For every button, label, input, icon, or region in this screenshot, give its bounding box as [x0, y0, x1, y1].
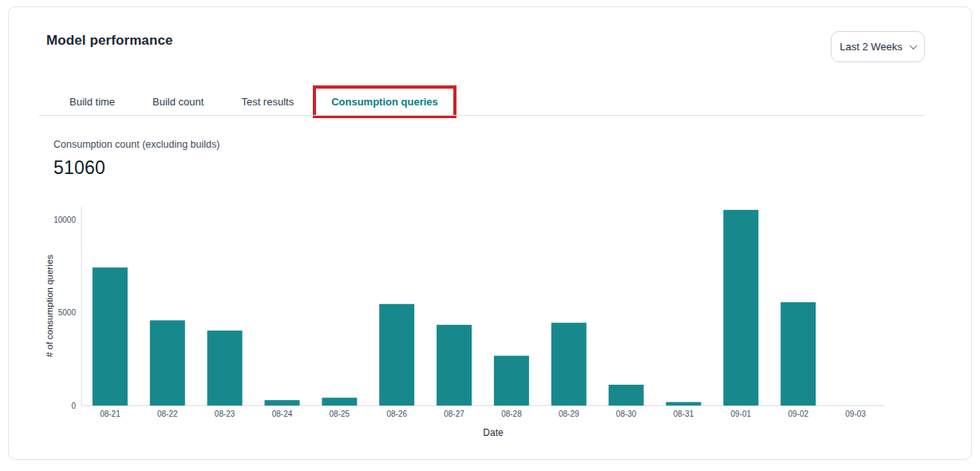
date-range-label: Last 2 Weeks: [840, 41, 903, 53]
chart-bar-08-29[interactable]: [551, 323, 587, 406]
x-tick-label: 08-29: [559, 410, 579, 418]
chart-bar-08-26[interactable]: [379, 304, 414, 406]
chart-bar-08-27[interactable]: [437, 325, 472, 406]
model-performance-card: Model performance Last 2 Weeks Build tim…: [8, 6, 972, 460]
x-axis-title: Date: [483, 427, 504, 438]
chart-bar-08-24[interactable]: [265, 400, 300, 406]
chart-bar-08-21[interactable]: [93, 267, 128, 406]
tab-test-results[interactable]: Test results: [240, 96, 294, 108]
chevron-down-icon: [909, 42, 917, 49]
x-tick-label: 08-31: [674, 410, 694, 418]
x-tick-label: 08-21: [100, 410, 121, 418]
tabs: Build timeBuild countTest resultsConsump…: [69, 90, 439, 113]
chart-bar-08-22[interactable]: [150, 320, 185, 406]
chart-bar-09-01[interactable]: [723, 210, 758, 406]
y-tick-label: 0: [71, 402, 76, 410]
tab-consumption-queries[interactable]: Consumption queries: [330, 96, 439, 108]
tab-build-time[interactable]: Build time: [69, 96, 116, 108]
x-tick-label: 09-03: [845, 410, 866, 418]
tab-build-count[interactable]: Build count: [152, 96, 204, 108]
chart-bar-09-02[interactable]: [780, 303, 816, 406]
x-tick-label: 09-01: [731, 410, 752, 418]
y-axis-title: # of consumption queries: [45, 255, 54, 358]
chart-bar-08-28[interactable]: [494, 356, 529, 406]
x-tick-label: 08-30: [616, 410, 637, 418]
y-tick-label: 10000: [53, 216, 76, 224]
x-tick-label: 08-25: [330, 410, 350, 418]
x-tick-label: 08-28: [501, 410, 522, 418]
x-tick-label: 08-23: [215, 410, 235, 418]
date-range-selector[interactable]: Last 2 Weeks: [831, 31, 925, 62]
x-tick-label: 08-26: [386, 410, 407, 418]
chart-bar-08-23[interactable]: [207, 330, 243, 406]
x-tick-label: 08-27: [444, 410, 464, 418]
chart-bar-08-25[interactable]: [322, 398, 357, 406]
tabs-divider: [39, 115, 924, 116]
chart-bar-08-30[interactable]: [609, 385, 644, 406]
x-tick-label: 08-22: [157, 410, 178, 418]
x-tick-label: 08-24: [272, 410, 293, 418]
metric-value: 51060: [53, 157, 105, 179]
y-tick-label: 5000: [58, 308, 77, 317]
consumption-chart: 050001000008-2108-2208-2308-2408-2508-26…: [33, 199, 895, 446]
metric-label: Consumption count (excluding builds): [53, 139, 219, 150]
bar-chart-svg: 050001000008-2108-2208-2308-2408-2508-26…: [33, 199, 895, 446]
chart-bar-08-31[interactable]: [666, 402, 701, 406]
x-tick-label: 09-02: [788, 410, 808, 418]
page-title: Model performance: [46, 33, 173, 49]
